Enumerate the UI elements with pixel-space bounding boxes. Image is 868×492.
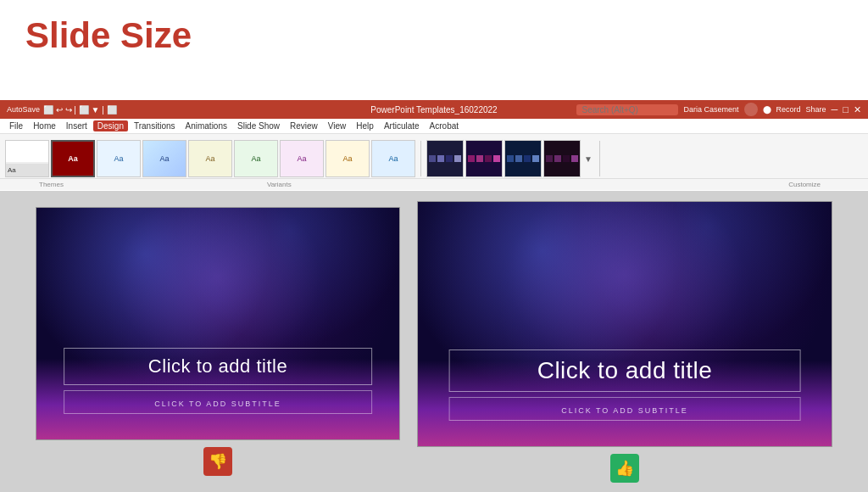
slide-left-content: Click to add title CLICK TO ADD SUBTITLE (64, 348, 372, 414)
menu-bar: File Home Insert Design Transitions Anim… (0, 119, 868, 134)
menu-home[interactable]: Home (29, 120, 60, 131)
user-avatar (744, 103, 758, 116)
thumbs-down-icon[interactable]: 👎 (203, 447, 232, 476)
title-bar-filename: PowerPoint Templates_16022022 (370, 105, 497, 115)
slide-left-title-box: Click to add title (64, 348, 372, 385)
slide-left-subtitle-box: CLICK TO ADD SUBTITLE (64, 390, 372, 414)
theme-3[interactable]: Aa (97, 140, 141, 177)
theme-2[interactable]: Aa (51, 140, 95, 177)
slide-right-subtitle: CLICK TO ADD SUBTITLE (561, 406, 688, 415)
theme-6[interactable]: Aa (234, 140, 278, 177)
variant-3[interactable] (504, 140, 542, 177)
menu-acrobat[interactable]: Acrobat (426, 120, 463, 131)
user-name: Daria Casement (683, 105, 738, 114)
slide-right-subtitle-box: CLICK TO ADD SUBTITLE (449, 397, 801, 421)
close-icon[interactable]: ✕ (854, 104, 861, 115)
variants-arrow[interactable]: ▼ (582, 153, 594, 165)
themes-row: Aa Aa Aa Aa Aa Aa (5, 140, 863, 177)
slide-right-content: Click to add title CLICK TO ADD SUBTITLE (449, 349, 801, 421)
slide-right-wrapper: Click to add title CLICK TO ADD SUBTITLE… (417, 201, 832, 483)
slide-left-preview[interactable]: Click to add title CLICK TO ADD SUBTITLE (36, 207, 400, 440)
title-bar-icons: ⬜ ↩ ↪ | ⬜ ▼ | ⬜ (43, 105, 117, 115)
themes-label: Themes (5, 181, 97, 188)
variant-2[interactable] (465, 140, 503, 177)
page-title: Slide Size (25, 15, 192, 56)
record-label: Record (776, 105, 801, 114)
thumbs-up-icon[interactable]: 👍 (610, 454, 639, 483)
menu-slideshow[interactable]: Slide Show (233, 120, 284, 131)
theme-1[interactable]: Aa (5, 140, 49, 177)
menu-transitions[interactable]: Transitions (130, 120, 180, 131)
menu-view[interactable]: View (324, 120, 351, 131)
menu-design[interactable]: Design (93, 120, 128, 131)
slide-right-title-box: Click to add title (449, 349, 801, 392)
main-content: Click to add title CLICK TO ADD SUBTITLE… (0, 191, 868, 492)
title-bar: AutoSave ⬜ ↩ ↪ | ⬜ ▼ | ⬜ PowerPoint Temp… (0, 100, 868, 119)
autosave-label: AutoSave (7, 105, 40, 114)
slide-left-subtitle: CLICK TO ADD SUBTITLE (154, 400, 281, 408)
customize-label: Customize (754, 181, 854, 188)
theme-7[interactable]: Aa (280, 140, 324, 177)
ribbon-divider-2 (599, 141, 600, 176)
search-input[interactable] (576, 104, 678, 115)
slide-left-wrapper: Click to add title CLICK TO ADD SUBTITLE… (36, 207, 400, 476)
title-bar-left: AutoSave ⬜ ↩ ↪ | ⬜ ▼ | ⬜ (7, 105, 117, 115)
menu-file[interactable]: File (5, 120, 27, 131)
ribbon-section-labels: Themes Variants Customize (0, 178, 868, 190)
record-icon: ⬤ (763, 105, 771, 114)
slide-right-title: Click to add title (537, 357, 713, 383)
variant-1[interactable] (426, 140, 464, 177)
title-bar-right: Daria Casement ⬤ Record Share ─ □ ✕ (576, 103, 861, 116)
menu-animations[interactable]: Animations (181, 120, 231, 131)
theme-9[interactable]: Aa (371, 140, 415, 177)
menu-help[interactable]: Help (352, 120, 378, 131)
maximize-icon[interactable]: □ (843, 104, 849, 115)
ribbon-divider-1 (420, 141, 421, 176)
minimize-icon[interactable]: ─ (832, 104, 838, 115)
slide-right-preview[interactable]: Click to add title CLICK TO ADD SUBTITLE (417, 201, 832, 447)
menu-review[interactable]: Review (286, 120, 322, 131)
theme-8[interactable]: Aa (326, 140, 370, 177)
theme-5[interactable]: Aa (188, 140, 232, 177)
ribbon-tabs: Aa Aa Aa Aa Aa Aa (0, 134, 868, 183)
theme-4[interactable]: Aa (142, 140, 186, 177)
menu-articulate[interactable]: Articulate (380, 120, 424, 131)
variant-4[interactable] (543, 140, 581, 177)
variants-label: Variants (233, 181, 326, 188)
slide-left-title: Click to add title (148, 355, 287, 377)
share-label[interactable]: Share (806, 105, 826, 114)
menu-insert[interactable]: Insert (62, 120, 92, 131)
